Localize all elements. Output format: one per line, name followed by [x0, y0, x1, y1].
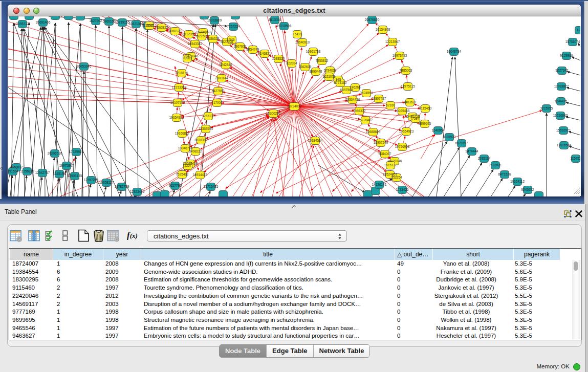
svg-text:116753: 116753	[571, 157, 580, 160]
svg-text:16154808: 16154808	[376, 28, 390, 31]
svg-text:7485063: 7485063	[400, 69, 412, 72]
svg-text:12975115: 12975115	[401, 84, 415, 88]
svg-text:9227342: 9227342	[556, 69, 569, 72]
svg-text:8427552: 8427552	[212, 89, 225, 93]
svg-text:1615132: 1615132	[384, 163, 397, 167]
svg-text:19756928: 19756928	[395, 145, 410, 148]
svg-text:1257: 1257	[184, 164, 192, 167]
svg-text:8878312: 8878312	[195, 138, 208, 142]
svg-text:12093872: 12093872	[554, 84, 569, 88]
svg-text:8186328: 8186328	[207, 37, 220, 40]
svg-text:7625402: 7625402	[176, 172, 189, 176]
svg-text:11124: 11124	[575, 28, 580, 32]
svg-text:7357224: 7357224	[227, 25, 240, 28]
svg-text:3526: 3526	[146, 24, 154, 27]
svg-text:9773160: 9773160	[334, 81, 347, 84]
svg-text:9657791: 9657791	[169, 184, 182, 187]
svg-text:15226058: 15226058	[196, 30, 211, 34]
svg-text:19166827: 19166827	[175, 132, 190, 135]
svg-text:16648784: 16648784	[447, 50, 462, 53]
svg-text:1527602: 1527602	[90, 19, 102, 23]
svg-text:7986372: 7986372	[353, 109, 366, 113]
svg-text:15692971: 15692971	[556, 128, 571, 132]
svg-text:18724007: 18724007	[287, 104, 302, 108]
svg-text:6794028: 6794028	[324, 69, 337, 72]
svg-text:16782759: 16782759	[115, 185, 129, 188]
svg-text:8454749: 8454749	[247, 48, 259, 51]
svg-text:8990448: 8990448	[310, 70, 322, 73]
svg-text:20691406: 20691406	[36, 20, 51, 24]
svg-text:7584: 7584	[412, 117, 420, 120]
svg-text:4350612: 4350612	[10, 165, 23, 169]
svg-text:10025438: 10025438	[395, 109, 410, 113]
svg-text:8813054: 8813054	[269, 18, 281, 21]
svg-text:822034: 822034	[286, 61, 297, 65]
svg-text:3624554: 3624554	[360, 91, 373, 95]
svg-text:2935114: 2935114	[478, 157, 491, 160]
svg-text:1640954: 1640954	[432, 128, 445, 132]
svg-text:17957255: 17957255	[84, 178, 99, 182]
svg-text:3267130: 3267130	[202, 114, 215, 118]
svg-text:20876820: 20876820	[365, 18, 380, 21]
svg-text:8471626: 8471626	[498, 172, 511, 176]
svg-text:2867608: 2867608	[234, 45, 247, 48]
svg-text:10719155: 10719155	[115, 20, 130, 24]
svg-text:12213967: 12213967	[385, 40, 400, 43]
svg-text:1588520: 1588520	[272, 57, 285, 60]
svg-text:10688609: 10688609	[366, 130, 381, 134]
svg-text:10107553: 10107553	[170, 101, 185, 104]
svg-text:9245652: 9245652	[521, 188, 534, 191]
svg-text:16914479: 16914479	[193, 173, 208, 177]
svg-text:2718176: 2718176	[176, 71, 188, 75]
svg-text:6879197: 6879197	[455, 141, 468, 145]
svg-text:9115460: 9115460	[419, 106, 432, 110]
svg-text:17016504: 17016504	[557, 143, 572, 147]
svg-text:15716485: 15716485	[204, 185, 219, 188]
svg-text:7663822: 7663822	[156, 26, 168, 29]
svg-text:16210643: 16210643	[553, 114, 568, 117]
svg-text:19975867: 19975867	[59, 164, 74, 167]
svg-text:18640910: 18640910	[295, 40, 310, 44]
svg-text:391594: 391594	[8, 169, 18, 173]
svg-text:20053346: 20053346	[77, 64, 92, 68]
svg-text:1244415: 1244415	[555, 99, 568, 103]
svg-text:9463627: 9463627	[404, 100, 417, 104]
svg-text:11156829: 11156829	[20, 169, 34, 173]
svg-text:546: 546	[229, 38, 235, 41]
svg-text:1621072: 1621072	[323, 75, 336, 78]
svg-text:98901: 98901	[183, 56, 192, 60]
svg-text:16033809: 16033809	[207, 18, 222, 22]
svg-text:1733426: 1733426	[396, 188, 409, 191]
svg-text:9084067: 9084067	[379, 152, 391, 156]
svg-text:8912958: 8912958	[183, 32, 195, 36]
svg-text:3215955: 3215955	[540, 106, 553, 110]
svg-text:9129966: 9129966	[560, 54, 573, 57]
svg-text:1362615: 1362615	[299, 65, 312, 69]
svg-text:14136141: 14136141	[372, 183, 387, 186]
svg-text:8938913: 8938913	[443, 135, 456, 139]
svg-text:10654112: 10654112	[510, 180, 525, 183]
svg-text:7632621: 7632621	[489, 163, 502, 167]
svg-text:12942757: 12942757	[35, 171, 50, 174]
svg-text:5498222: 5498222	[189, 149, 202, 153]
svg-text:16961758: 16961758	[306, 50, 321, 53]
svg-text:2055712: 2055712	[16, 22, 29, 26]
svg-text:15751074: 15751074	[565, 40, 580, 43]
svg-text:252254: 252254	[391, 176, 402, 179]
svg-text:62160: 62160	[386, 103, 395, 107]
svg-text:18907249: 18907249	[374, 141, 388, 144]
svg-text:18300295: 18300295	[266, 112, 281, 115]
svg-text:9899695: 9899695	[419, 122, 431, 125]
svg-text:7955812: 7955812	[316, 59, 329, 62]
svg-text:9474444: 9474444	[466, 149, 478, 153]
svg-text:15720407: 15720407	[358, 118, 373, 122]
svg-text:6966160: 6966160	[103, 19, 116, 23]
svg-text:19218506: 19218506	[277, 24, 292, 28]
svg-text:6897568: 6897568	[340, 88, 353, 92]
svg-text:19958127: 19958127	[99, 181, 114, 184]
svg-text:20206516: 20206516	[48, 151, 62, 155]
svg-text:16543382: 16543382	[188, 42, 203, 46]
svg-text:19654923: 19654923	[399, 129, 414, 133]
svg-text:20364436: 20364436	[345, 98, 360, 101]
svg-text:19384554: 19384554	[308, 139, 323, 142]
